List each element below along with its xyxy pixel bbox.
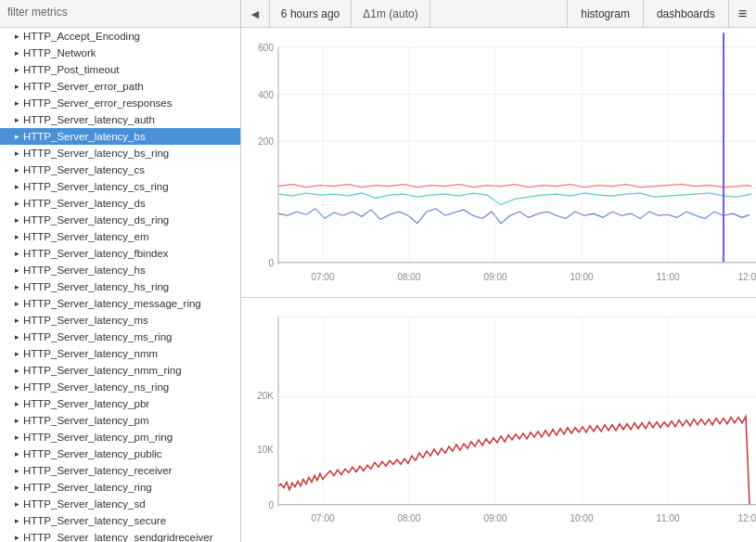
svg-text:12:00: 12:00 xyxy=(737,272,756,282)
time-unit: hours ago xyxy=(290,7,340,20)
sidebar-item-label-12: HTTP_Server_latency_em xyxy=(23,231,149,242)
svg-text:11:00: 11:00 xyxy=(656,272,679,282)
sidebar-item-label-28: HTTP_Server_latency_sd xyxy=(23,498,146,510)
svg-text:0: 0 xyxy=(268,258,274,268)
sidebar-item-label-30: HTTP_Server_latency_sendgridreceiver xyxy=(23,532,213,542)
sidebar-item-label-29: HTTP_Server_latency_secure xyxy=(23,515,166,526)
sidebar-item-0[interactable]: HTTP_Accept_Encoding xyxy=(0,28,240,45)
sidebar-item-21[interactable]: HTTP_Server_latency_ns_ring xyxy=(0,379,240,395)
sidebar-item-1[interactable]: HTTP_Network xyxy=(0,45,240,61)
sidebar-item-5[interactable]: HTTP_Server_latency_auth xyxy=(0,111,240,128)
sidebar-item-label-6: HTTP_Server_latency_bs xyxy=(23,131,146,142)
sidebar-item-label-27: HTTP_Server_latency_ring xyxy=(23,482,152,493)
sidebar-item-3[interactable]: HTTP_Server_error_path xyxy=(0,78,240,95)
sidebar-item-label-11: HTTP_Server_latency_ds_ring xyxy=(23,214,169,226)
sidebar-item-14[interactable]: HTTP_Server_latency_hs xyxy=(0,262,240,278)
sidebar-item-label-3: HTTP_Server_error_path xyxy=(23,81,144,92)
sidebar-item-20[interactable]: HTTP_Server_latency_nmm_ring xyxy=(0,362,240,379)
sidebar-item-8[interactable]: HTTP_Server_latency_cs xyxy=(0,161,240,178)
svg-text:0: 0 xyxy=(268,499,274,510)
sidebar-item-label-13: HTTP_Server_latency_fbindex xyxy=(23,248,169,259)
sidebar-item-label-4: HTTP_Server_error_responses xyxy=(23,97,172,109)
sidebar-item-12[interactable]: HTTP_Server_latency_em xyxy=(0,228,240,245)
sidebar-item-label-22: HTTP_Server_latency_pbr xyxy=(23,398,149,409)
svg-text:400: 400 xyxy=(258,90,274,100)
sidebar-item-label-8: HTTP_Server_latency_cs xyxy=(23,164,145,175)
top-bar-right: ◄ 6 hours ago Δ1m (auto) histogram dashb… xyxy=(241,0,756,27)
sidebar-item-label-15: HTTP_Server_latency_hs_ring xyxy=(23,281,169,292)
filter-metrics-label: filter metrics xyxy=(0,0,241,27)
sidebar-item-label-26: HTTP_Server_latency_receiver xyxy=(23,465,172,476)
sidebar-item-label-14: HTTP_Server_latency_hs xyxy=(23,265,146,276)
sidebar-item-label-9: HTTP_Server_latency_cs_ring xyxy=(23,181,169,192)
svg-text:09:00: 09:00 xyxy=(483,272,506,282)
sidebar-item-2[interactable]: HTTP_Post_timeout xyxy=(0,61,240,78)
svg-text:11:00: 11:00 xyxy=(657,513,680,523)
sidebar-item-26[interactable]: HTTP_Server_latency_receiver xyxy=(0,462,240,479)
spacer xyxy=(430,0,568,27)
sidebar-item-23[interactable]: HTTP_Server_latency_pm xyxy=(0,412,240,429)
sidebar-item-label-18: HTTP_Server_latency_ms_ring xyxy=(23,331,172,342)
time-display: 6 hours ago xyxy=(270,0,352,27)
sidebar-item-29[interactable]: HTTP_Server_latency_secure xyxy=(0,512,240,529)
sidebar-item-label-5: HTTP_Server_latency_auth xyxy=(23,114,155,125)
content-area: HTTP_Accept_EncodingHTTP_NetworkHTTP_Pos… xyxy=(0,28,756,542)
svg-text:10K: 10K xyxy=(257,445,274,455)
svg-text:10:00: 10:00 xyxy=(570,513,594,523)
svg-text:10:00: 10:00 xyxy=(570,272,593,282)
sidebar-item-16[interactable]: HTTP_Server_latency_message_ring xyxy=(0,295,240,312)
sidebar-item-label-0: HTTP_Accept_Encoding xyxy=(23,31,140,42)
sidebar-item-24[interactable]: HTTP_Server_latency_pm_ring xyxy=(0,429,240,445)
sidebar-item-label-7: HTTP_Server_latency_bs_ring xyxy=(23,148,169,159)
sidebar-item-13[interactable]: HTTP_Server_latency_fbindex xyxy=(0,245,240,262)
charts-area: 600 400 200 0 07:00 08:00 09:00 10:00 11… xyxy=(241,28,756,542)
sidebar-item-17[interactable]: HTTP_Server_latency_ms xyxy=(0,312,240,329)
sidebar-item-30[interactable]: HTTP_Server_latency_sendgridreceiver xyxy=(0,529,240,542)
sidebar-item-label-1: HTTP_Network xyxy=(23,47,96,58)
sidebar-item-18[interactable]: HTTP_Server_latency_ms_ring xyxy=(0,329,240,345)
top-bar: filter metrics ◄ 6 hours ago Δ1m (auto) … xyxy=(0,0,756,28)
svg-text:09:00: 09:00 xyxy=(484,513,507,523)
sidebar: HTTP_Accept_EncodingHTTP_NetworkHTTP_Pos… xyxy=(0,28,241,542)
sidebar-item-label-19: HTTP_Server_latency_nmm xyxy=(23,348,158,359)
menu-button[interactable]: ≡ xyxy=(728,0,756,27)
sidebar-item-label-21: HTTP_Server_latency_ns_ring xyxy=(23,381,169,393)
sidebar-item-label-17: HTTP_Server_latency_ms xyxy=(23,315,148,326)
sidebar-item-22[interactable]: HTTP_Server_latency_pbr xyxy=(0,395,240,412)
sidebar-item-label-25: HTTP_Server_latency_public xyxy=(23,448,162,459)
sidebar-item-15[interactable]: HTTP_Server_latency_hs_ring xyxy=(0,278,240,295)
chart2-container: 20K 10K 0 07:00 08:00 09:00 10:00 11:00 … xyxy=(241,298,756,542)
sidebar-item-19[interactable]: HTTP_Server_latency_nmm xyxy=(0,345,240,362)
chart2-svg: 20K 10K 0 07:00 08:00 09:00 10:00 11:00 … xyxy=(241,298,756,542)
dashboards-button[interactable]: dashboards xyxy=(643,0,728,27)
sidebar-item-10[interactable]: HTTP_Server_latency_ds xyxy=(0,195,240,212)
sidebar-item-6[interactable]: HTTP_Server_latency_bs xyxy=(0,128,240,145)
chart1-container: 600 400 200 0 07:00 08:00 09:00 10:00 11… xyxy=(241,28,756,298)
svg-text:12:00: 12:00 xyxy=(738,513,756,523)
sidebar-item-9[interactable]: HTTP_Server_latency_cs_ring xyxy=(0,178,240,195)
sidebar-item-11[interactable]: HTTP_Server_latency_ds_ring xyxy=(0,212,240,228)
delta-display: Δ1m (auto) xyxy=(352,0,429,27)
svg-text:20K: 20K xyxy=(257,391,274,401)
nav-arrow-button[interactable]: ◄ xyxy=(241,0,270,27)
sidebar-item-label-24: HTTP_Server_latency_pm_ring xyxy=(23,432,173,443)
svg-text:08:00: 08:00 xyxy=(398,513,421,523)
sidebar-item-28[interactable]: HTTP_Server_latency_sd xyxy=(0,496,240,512)
sidebar-item-25[interactable]: HTTP_Server_latency_public xyxy=(0,445,240,462)
sidebar-item-27[interactable]: HTTP_Server_latency_ring xyxy=(0,479,240,496)
svg-text:07:00: 07:00 xyxy=(311,272,334,282)
sidebar-item-label-10: HTTP_Server_latency_ds xyxy=(23,198,146,209)
sidebar-item-label-23: HTTP_Server_latency_pm xyxy=(23,415,149,426)
chart1-svg: 600 400 200 0 07:00 08:00 09:00 10:00 11… xyxy=(241,28,756,297)
time-value: 6 xyxy=(281,7,288,20)
sidebar-item-4[interactable]: HTTP_Server_error_responses xyxy=(0,95,240,111)
sidebar-item-7[interactable]: HTTP_Server_latency_bs_ring xyxy=(0,145,240,161)
histogram-button[interactable]: histogram xyxy=(567,0,643,27)
svg-text:07:00: 07:00 xyxy=(312,513,335,523)
sidebar-item-label-16: HTTP_Server_latency_message_ring xyxy=(23,298,201,309)
sidebar-item-label-2: HTTP_Post_timeout xyxy=(23,64,120,75)
sidebar-item-label-20: HTTP_Server_latency_nmm_ring xyxy=(23,365,182,376)
svg-text:200: 200 xyxy=(258,136,274,147)
svg-text:600: 600 xyxy=(258,43,274,53)
svg-text:08:00: 08:00 xyxy=(397,272,420,282)
